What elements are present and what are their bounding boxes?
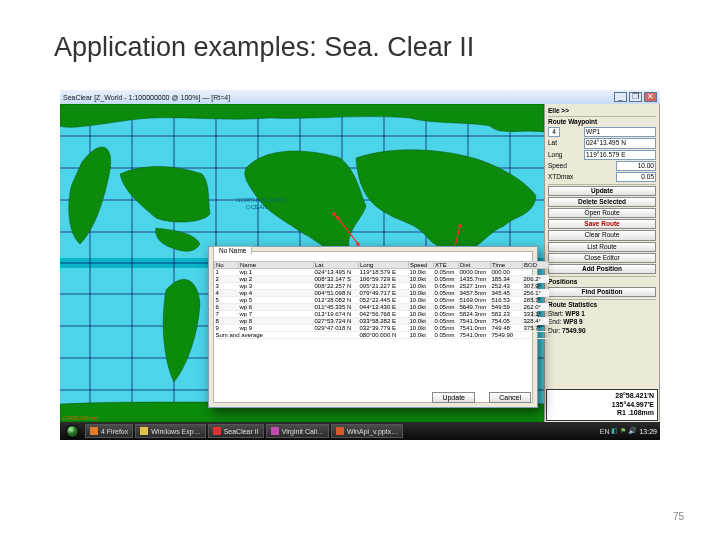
find-position-button[interactable]: Find Position	[548, 287, 656, 297]
lng-label: Long	[548, 151, 578, 159]
lng-field[interactable]: 119°16.579 E	[584, 150, 656, 160]
wp-index[interactable]: 4	[548, 127, 560, 137]
table-row[interactable]: 4wp 4004°51.098 N079°49.717 E10.0kt0.05n…	[215, 290, 549, 297]
taskbar-item-4[interactable]: WinApi_v.pptx…	[331, 424, 403, 438]
positions-header: Positions	[548, 278, 656, 286]
panel-close-link[interactable]: Elle >>	[548, 107, 569, 115]
taskbar-item-label: SeaClear II	[224, 428, 259, 435]
route-stats-header: Route Statistics	[548, 301, 656, 309]
window-title: SeaClear [Z_World - 1:100000000 @ 100%] …	[63, 94, 230, 101]
slide-title: Application examples: Sea. Clear II	[54, 32, 474, 63]
table-row[interactable]: 7wp 7013°19.674 N042°56.768 E10.0kt0.05n…	[215, 311, 549, 318]
table-col-time[interactable]: Time	[491, 262, 523, 269]
table-row[interactable]: 1wp 1024°13.495 N119°18.579 E10.0kt0.05n…	[215, 269, 549, 276]
taskbar-item-0[interactable]: 4 Firefox	[85, 424, 133, 438]
tray-clock[interactable]: 13:29	[639, 428, 657, 435]
taskbar-item-icon	[336, 427, 344, 435]
panel-button-5[interactable]: List Route	[548, 242, 656, 252]
status-lat: 28°58.421'N	[550, 392, 654, 401]
table-col-xte[interactable]: XTE	[434, 262, 459, 269]
wp-name-field[interactable]: WP1	[584, 127, 656, 137]
panel-button-3[interactable]: Save Route	[548, 219, 656, 229]
end-val: WP8 9	[563, 318, 583, 325]
status-range: R1 .108mm	[550, 409, 654, 418]
panel-section-title: Route Waypoint	[548, 118, 656, 126]
dialog-tab[interactable]: No Name	[213, 246, 252, 255]
tray-icon[interactable]: ⚑	[620, 427, 626, 435]
side-panel: Elle >> Route Waypoint 4 WP1 Lat 024°13.…	[544, 104, 660, 422]
window-close-button[interactable]: ✕	[644, 92, 657, 102]
status-lng: 135°44.997'E	[550, 401, 654, 410]
panel-button-2[interactable]: Open Route	[548, 208, 656, 218]
lat-label: Lat	[548, 139, 578, 147]
table-row[interactable]: 9wp 9029°47.018 N032°39.779 E10.0kt0.05n…	[215, 325, 549, 332]
taskbar-item-icon	[213, 427, 221, 435]
svg-text:OCEAN: OCEAN	[246, 204, 267, 210]
tray-icon[interactable]: 🔊	[628, 427, 637, 435]
panel-button-4[interactable]: Clear Route	[548, 230, 656, 240]
table-col-lat[interactable]: Lat	[314, 262, 359, 269]
taskbar-item-icon	[140, 427, 148, 435]
speed-label: Speed	[548, 162, 578, 170]
tray-icon[interactable]: ◧	[611, 427, 618, 435]
taskbar-item-label: Virginit Call…	[282, 428, 324, 435]
end-label: End:	[548, 318, 561, 325]
start-val: WP8 1	[565, 310, 585, 317]
table-col-no[interactable]: No	[215, 262, 239, 269]
table-col-name[interactable]: Name	[239, 262, 314, 269]
dur-val: 7549.90	[562, 327, 586, 334]
window-max-button[interactable]: ❐	[629, 92, 642, 102]
table-col-bod[interactable]: BOD	[523, 262, 549, 269]
table-col-speed[interactable]: Speed	[409, 262, 434, 269]
taskbar-item-label: 4 Firefox	[101, 428, 128, 435]
taskbar-item-3[interactable]: Virginit Call…	[266, 424, 329, 438]
table-sum-row: Sum and average080°00.000 N10.0kt0.05nm7…	[215, 332, 549, 339]
tray-lang[interactable]: EN	[600, 428, 610, 435]
start-label: Start:	[548, 310, 564, 317]
lat-field[interactable]: 024°13.495 N	[584, 138, 656, 148]
app-screenshot: SeaClear [Z_World - 1:100000000 @ 100%] …	[60, 90, 660, 440]
svg-point-21	[458, 224, 461, 227]
xtd-field[interactable]: 0.05	[616, 172, 656, 182]
window-min-button[interactable]: _	[614, 92, 627, 102]
panel-button-7[interactable]: Add Position	[548, 264, 656, 274]
table-col-dist[interactable]: Dist	[459, 262, 491, 269]
window-titlebar[interactable]: SeaClear [Z_World - 1:100000000 @ 100%] …	[60, 90, 660, 104]
xtd-label: XTDmax	[548, 173, 578, 181]
windows-orb-icon	[66, 425, 79, 438]
speed-field[interactable]: 10.00	[616, 161, 656, 171]
dialog-update-button[interactable]: Update	[432, 392, 475, 403]
panel-button-6[interactable]: Close Editor	[548, 253, 656, 263]
table-col-long[interactable]: Long	[359, 262, 409, 269]
waypoint-list-dialog[interactable]: No Name NoNameLatLongSpeedXTEDistTimeBOD…	[208, 246, 538, 408]
taskbar-item-label: Windows Exp…	[151, 428, 200, 435]
table-row[interactable]: 2wp 2008°32.147 S106°59.729 E10.0kt0.05n…	[215, 276, 549, 283]
dialog-cancel-button[interactable]: Cancel	[489, 392, 531, 403]
taskbar-item-icon	[271, 427, 279, 435]
taskbar-item-1[interactable]: Windows Exp…	[135, 424, 205, 438]
table-row[interactable]: 6wp 6011°45.335 N044°12.430 E10.0kt0.05n…	[215, 304, 549, 311]
table-row[interactable]: 5wp 5012°28.082 N052°22.445 E10.0kt0.05n…	[215, 297, 549, 304]
slide-number: 75	[673, 511, 684, 522]
svg-point-28	[336, 216, 339, 219]
panel-button-1[interactable]: Delete Selected	[548, 197, 656, 207]
map-corner-label: 17409.99mm	[62, 415, 97, 421]
taskbar-item-label: WinApi_v.pptx…	[347, 428, 398, 435]
start-button[interactable]	[60, 422, 84, 440]
taskbar-item-2[interactable]: SeaClear II	[208, 424, 264, 438]
waypoint-table: NoNameLatLongSpeedXTEDistTimeBOD 1wp 102…	[214, 261, 549, 339]
svg-point-29	[332, 212, 335, 215]
cursor-status-box: 28°58.421'N 135°44.997'E R1 .108mm	[546, 389, 658, 421]
table-row[interactable]: 8wp 8027°53.724 N033°58.282 E10.0kt0.05n…	[215, 318, 549, 325]
taskbar-item-icon	[90, 427, 98, 435]
svg-text:NORTH ATLANTIC: NORTH ATLANTIC	[236, 197, 288, 203]
table-row[interactable]: 3wp 3008°22.257 N095°21.227 E10.0kt0.05n…	[215, 283, 549, 290]
panel-button-0[interactable]: Update	[548, 186, 656, 196]
system-tray[interactable]: EN ◧ ⚑ 🔊 13:29	[597, 424, 660, 438]
taskbar[interactable]: 4 FirefoxWindows Exp…SeaClear IIVirginit…	[60, 422, 660, 440]
dur-label: Dur:	[548, 327, 560, 334]
